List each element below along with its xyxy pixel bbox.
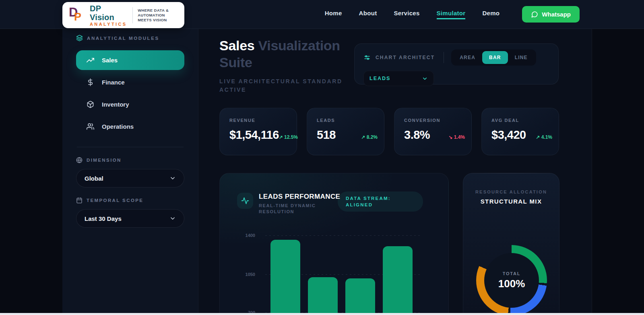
brand-logo[interactable]: D P DP Vision ANALYTICS WHERE DATA & AUT… xyxy=(62,2,184,28)
chart-card-header: LEADS PERFORMANCE REAL-TIME DYNAMIC RESO… xyxy=(237,193,340,215)
brand-name-block: DP Vision ANALYTICS xyxy=(90,4,127,27)
sidebar-item-operations[interactable]: Operations xyxy=(76,117,184,136)
dp-monogram-icon: D P xyxy=(69,6,86,25)
metric-select[interactable]: LEADS xyxy=(363,71,434,86)
main-content: Sales Visualization Suite LIVE ARCHITECT… xyxy=(198,29,592,315)
donut-center-value: 100% xyxy=(498,278,525,290)
page-subtitle: LIVE ARCHITECTURAL STANDARD ACTIVE xyxy=(219,77,344,94)
chart-architect-panel: CHART ARCHITECT AREA BAR LINE LEADS xyxy=(354,43,559,84)
layers-icon xyxy=(76,35,83,41)
allocation-title: STRUCTURAL MIX xyxy=(463,198,559,205)
chart-title: LEADS PERFORMANCE xyxy=(259,193,340,201)
bar xyxy=(270,240,300,315)
trend-arrow-icon: ↗ xyxy=(536,134,540,140)
kpi-card-leads: LEADS 518 ↗8.2% xyxy=(307,108,384,155)
kpi-value: 518 xyxy=(317,128,336,142)
kpi-value: $3,420 xyxy=(491,128,526,142)
dimension-header: DIMENSION xyxy=(76,157,184,163)
gridline xyxy=(265,235,420,236)
sidebar: ANALYTICAL MODULES Sales Finance Invento… xyxy=(62,29,198,315)
kpi-label: AVG DEAL xyxy=(491,118,552,123)
donut-chart: TOTAL 100% xyxy=(476,245,547,315)
mode-button-area[interactable]: AREA xyxy=(453,51,482,64)
kpi-delta: ↗8.2% xyxy=(361,134,378,140)
whatsapp-button[interactable]: Whatsapp xyxy=(522,6,580,23)
mode-button-line[interactable]: LINE xyxy=(508,51,535,64)
chevron-down-icon xyxy=(422,76,428,82)
sliders-icon xyxy=(363,54,371,61)
chart-card-titles: LEADS PERFORMANCE REAL-TIME DYNAMIC RESO… xyxy=(259,193,340,215)
kpi-delta-value: 12.5% xyxy=(284,134,298,140)
tagline-line-1: WHERE DATA & AUTOMATION xyxy=(138,8,178,18)
users-icon xyxy=(87,123,94,130)
kpi-delta-value: 1.4% xyxy=(454,134,465,140)
kpi-delta: ↗12.5% xyxy=(279,134,298,140)
kpi-value: $1,54,116 xyxy=(229,128,279,142)
kpi-delta-value: 4.1% xyxy=(541,134,552,140)
kpi-value: 3.8% xyxy=(404,128,430,142)
kpi-label: CONVERSION xyxy=(404,118,465,123)
whatsapp-label: Whatsapp xyxy=(542,11,571,18)
bar xyxy=(345,278,375,315)
dimension-select[interactable]: Global xyxy=(76,169,184,187)
y-axis-tick: 1400 xyxy=(220,233,255,238)
chart-architect-label: CHART ARCHITECT xyxy=(376,55,435,60)
nav-link-services[interactable]: Services xyxy=(394,10,419,19)
nav-link-demo[interactable]: Demo xyxy=(482,10,500,19)
temporal-select[interactable]: Last 30 Days xyxy=(76,209,184,228)
sidebar-item-label: Inventory xyxy=(102,101,129,108)
content-edge-rule xyxy=(592,29,592,315)
kpi-card-conversion: CONVERSION 3.8% ↘1.4% xyxy=(394,108,472,155)
activity-icon xyxy=(237,193,253,209)
sidebar-item-finance[interactable]: Finance xyxy=(76,72,184,92)
brand-name: DP Vision xyxy=(90,4,127,22)
page-title-block: Sales Visualization Suite LIVE ARCHITECT… xyxy=(219,37,340,94)
bar xyxy=(383,246,413,315)
leads-performance-card: LEADS PERFORMANCE REAL-TIME DYNAMIC RESO… xyxy=(219,173,449,315)
module-list: Sales Finance Inventory Operations xyxy=(76,50,184,136)
temporal-header-label: TEMPORAL SCOPE xyxy=(87,198,143,203)
sidebar-divider xyxy=(77,147,184,147)
modules-header-label: ANALYTICAL MODULES xyxy=(87,36,159,41)
trend-arrow-icon: ↗ xyxy=(361,134,365,140)
kpi-delta-value: 8.2% xyxy=(367,134,378,140)
mode-button-bar[interactable]: BAR xyxy=(482,51,508,64)
kpi-row: REVENUE $1,54,116 ↗12.5% LEADS 518 ↗8.2%… xyxy=(219,108,559,155)
monogram-p: P xyxy=(74,12,81,23)
trend-arrow-icon: ↘ xyxy=(449,134,453,140)
dollar-icon xyxy=(87,78,94,86)
brand-tagline: WHERE DATA & AUTOMATION MEETS VISION xyxy=(138,8,178,23)
sidebar-item-label: Sales xyxy=(102,57,118,64)
kpi-card-revenue: REVENUE $1,54,116 ↗12.5% xyxy=(219,108,297,155)
sidebar-item-inventory[interactable]: Inventory xyxy=(76,95,184,114)
calendar-icon xyxy=(76,197,83,204)
kpi-label: REVENUE xyxy=(229,118,290,123)
architect-divider xyxy=(444,52,444,63)
chat-bubble-icon xyxy=(531,11,538,18)
temporal-header: TEMPORAL SCOPE xyxy=(76,197,184,204)
chart-mode-toggle: AREA BAR LINE xyxy=(451,49,536,66)
sidebar-item-label: Finance xyxy=(102,79,125,86)
resource-allocation-card: RESOURCE ALLOCATION STRUCTURAL MIX TOTAL… xyxy=(463,173,559,315)
sidebar-item-sales[interactable]: Sales xyxy=(76,50,184,70)
logo-divider xyxy=(132,7,133,23)
kpi-delta: ↗4.1% xyxy=(536,134,552,140)
nav-link-simulator[interactable]: Simulator xyxy=(437,10,466,19)
simulator-page: Home About Services Simulator Demo Whats… xyxy=(0,0,644,315)
donut-center-label: TOTAL xyxy=(503,271,521,276)
modules-header: ANALYTICAL MODULES xyxy=(76,35,184,41)
chart-architect-row: CHART ARCHITECT AREA BAR LINE xyxy=(363,49,552,66)
chart-subtitle: REAL-TIME DYNAMIC RESOLUTION xyxy=(259,203,319,215)
kpi-label: LEADS xyxy=(317,118,378,123)
donut-center: TOTAL 100% xyxy=(484,253,539,308)
nav-link-home[interactable]: Home xyxy=(325,10,342,19)
viewport-bottom-strip xyxy=(0,313,644,315)
page-title: Sales Visualization Suite xyxy=(219,37,340,71)
dimension-header-label: DIMENSION xyxy=(87,158,122,163)
data-stream-badge: DATA STREAM: ALIGNED xyxy=(338,191,423,212)
dimension-value: Global xyxy=(85,175,103,182)
nav-link-about[interactable]: About xyxy=(359,10,377,19)
page-title-accent: Sales xyxy=(219,38,254,53)
allocation-eyebrow: RESOURCE ALLOCATION xyxy=(463,189,559,194)
y-axis-tick: 1050 xyxy=(220,272,255,277)
